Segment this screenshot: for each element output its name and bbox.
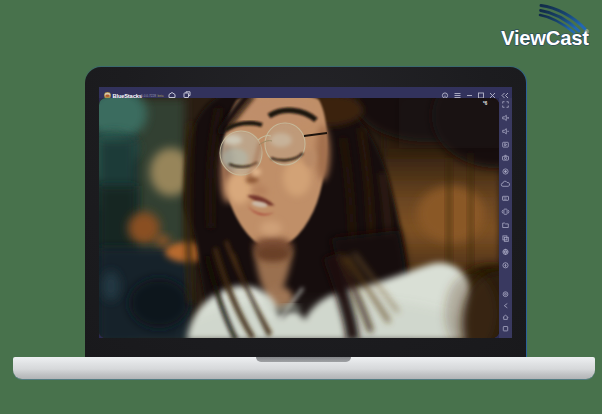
- svg-text:®: ®: [585, 29, 589, 35]
- svg-text:ViewCast: ViewCast: [501, 27, 589, 49]
- svg-text:*6: *6: [483, 101, 488, 106]
